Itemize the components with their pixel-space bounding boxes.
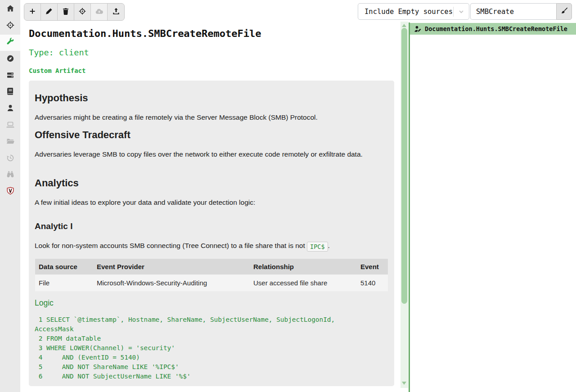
analytics-text: A few initial ideas to explore your data… (35, 197, 376, 208)
edit-artifact-button[interactable] (41, 4, 58, 20)
table-header-cell: Event Provider (93, 259, 250, 275)
wrench-icon (6, 38, 14, 48)
laptop-icon (6, 121, 14, 131)
user-edit-icon (414, 26, 422, 32)
history-icon (6, 154, 14, 164)
chevron-down-icon (458, 9, 464, 15)
hypothesis-text: Adversaries might be creating a file rem… (35, 112, 376, 123)
table-header-cell: Relationship (250, 259, 357, 275)
sidebar-item-virtual-filesystem (0, 134, 20, 150)
data-source-table: Data source Event Provider Relationship … (35, 259, 388, 291)
table-cell: User accessed file share (250, 275, 357, 291)
user-icon (6, 104, 14, 114)
sidebar-item-client-events (0, 167, 20, 184)
download-artifact-button (91, 4, 108, 20)
filter-select-value: Include Empty sources (364, 8, 453, 16)
sidebar-item-host-information (0, 117, 20, 134)
folder-open-icon (6, 137, 14, 147)
sidebar-item-hunt-manager[interactable] (0, 18, 20, 35)
trash-icon (62, 8, 69, 16)
sidebar-item-shield[interactable] (0, 184, 20, 200)
add-artifact-button[interactable] (24, 4, 41, 20)
sidebar-item-view-artifacts[interactable] (0, 35, 20, 51)
analytic1-text: Look for non-system accounts SMB connect… (35, 240, 376, 252)
sidebar-item-collected-artifacts (0, 150, 20, 167)
table-cell: File (35, 275, 93, 291)
table-header-cell: Data source (35, 259, 93, 275)
paintbrush-icon (561, 7, 568, 16)
upload-icon (112, 8, 120, 16)
app-root: Include Empty sources Documentation.Hunt… (0, 0, 576, 392)
table-cell: Microsoft-Windows-Security-Auditing (93, 275, 250, 291)
table-row: File Microsoft-Windows-Security-Auditing… (35, 275, 388, 291)
hypothesis-heading: Hypothesis (35, 92, 88, 104)
crosshairs-icon (6, 21, 14, 31)
artifact-detail-pane: Documentation.Hunts.SMBCreateRemoteFile … (20, 23, 400, 392)
table-cell: 5140 (357, 275, 388, 291)
custom-artifact-badge: Custom Artifact (29, 67, 86, 74)
artifact-list-pane: Documentation.Hunts.SMBCreateRemoteFile (410, 23, 576, 392)
scroll-up-icon[interactable] (402, 24, 406, 27)
tradecraft-heading: Offensive Tradecraft (35, 129, 130, 141)
artifact-search-input[interactable] (470, 3, 556, 20)
table-header-cell: Event (357, 259, 388, 275)
cloud-download-icon (95, 8, 103, 16)
dashboard-icon (6, 54, 14, 64)
binoculars-icon (6, 170, 14, 180)
tradecraft-text: Adversaries leverage SMB to copy files o… (35, 149, 376, 160)
upload-artifact-button[interactable] (108, 4, 124, 20)
home-icon (6, 5, 14, 14)
scrollbar-thumb[interactable] (401, 28, 407, 304)
sidebar-item-notebooks[interactable] (0, 84, 20, 101)
inline-code-chip: IPC$ (307, 242, 328, 252)
hunt-artifact-button[interactable] (74, 4, 91, 20)
artifact-description-card: Hypothesis Adversaries might be creating… (29, 81, 394, 386)
artifact-list-item-selected[interactable]: Documentation.Hunts.SMBCreateRemoteFile (410, 23, 576, 35)
server-icon (6, 71, 14, 81)
delete-artifact-button[interactable] (58, 4, 74, 20)
sidebar (0, 0, 20, 392)
table-header-row: Data source Event Provider Relationship … (35, 259, 388, 275)
sidebar-item-home[interactable] (0, 1, 20, 18)
artifact-title: Documentation.Hunts.SMBCreateRemoteFile (29, 28, 261, 39)
select-separator (453, 7, 454, 17)
analytics-heading: Analytics (35, 177, 79, 189)
doc-scrollbar[interactable] (400, 22, 408, 388)
artifact-search-group: Include Empty sources (358, 3, 572, 20)
plus-icon (29, 8, 36, 16)
logic-heading: Logic (35, 298, 54, 308)
sidebar-item-users[interactable] (0, 101, 20, 117)
notebook-icon (6, 87, 14, 97)
search-input-group (470, 3, 572, 20)
artifact-type: Type: client (29, 48, 89, 57)
clear-search-button[interactable] (556, 3, 572, 20)
shield-icon (6, 187, 14, 197)
sidebar-item-dashboard[interactable] (0, 51, 20, 68)
sidebar-item-server-artifacts[interactable] (0, 68, 20, 84)
scroll-down-icon[interactable] (402, 382, 406, 385)
logic-code-block: 1 SELECT `@timestamp`, Hostname, ShareNa… (35, 315, 335, 381)
include-empty-sources-select[interactable]: Include Empty sources (358, 3, 469, 20)
analytic1-heading: Analytic I (35, 221, 72, 231)
pencil-icon (45, 8, 53, 16)
topbar: Include Empty sources (20, 0, 576, 23)
artifact-toolbar (24, 3, 125, 21)
artifact-list-item-label: Documentation.Hunts.SMBCreateRemoteFile (425, 25, 567, 32)
crosshairs-icon (79, 8, 86, 16)
